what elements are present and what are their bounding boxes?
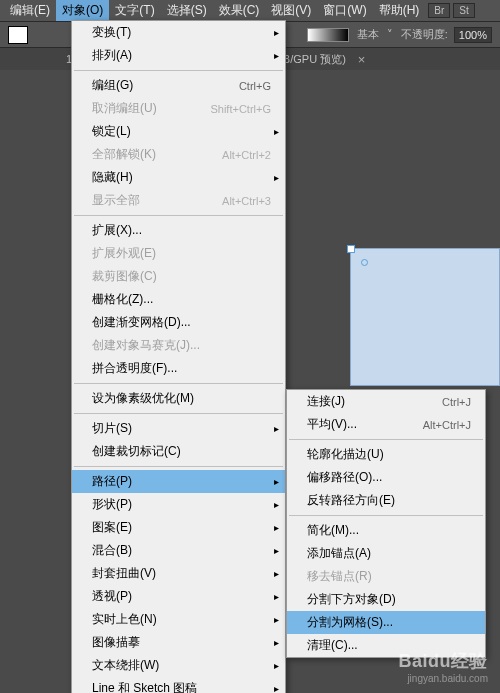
menu-item-label: 连接(J) bbox=[307, 393, 432, 410]
menu-text[interactable]: 文字(T) bbox=[109, 0, 160, 21]
menu-item-label: 轮廓化描边(U) bbox=[307, 446, 471, 463]
path-menu-item[interactable]: 偏移路径(O)... bbox=[287, 466, 485, 489]
chevron-down-icon[interactable]: ˅ bbox=[387, 28, 393, 41]
menu-item-label: 封套扭曲(V) bbox=[92, 565, 271, 582]
artboard[interactable] bbox=[350, 248, 500, 386]
object-menu-separator bbox=[74, 70, 283, 71]
path-menu-item[interactable]: 简化(M)... bbox=[287, 519, 485, 542]
menu-item-label: 隐藏(H) bbox=[92, 169, 271, 186]
menu-window[interactable]: 窗口(W) bbox=[317, 0, 372, 21]
object-menu-item[interactable]: 排列(A)▸ bbox=[72, 44, 285, 67]
submenu-arrow-icon: ▸ bbox=[274, 614, 279, 625]
menu-shortcut: Ctrl+G bbox=[239, 80, 271, 92]
object-menu-item[interactable]: 混合(B)▸ bbox=[72, 539, 285, 562]
object-menu-item[interactable]: 路径(P)▸ bbox=[72, 470, 285, 493]
center-point-icon bbox=[361, 259, 368, 266]
submenu-arrow-icon: ▸ bbox=[274, 126, 279, 137]
submenu-arrow-icon: ▸ bbox=[274, 660, 279, 671]
object-menu-item[interactable]: 透视(P)▸ bbox=[72, 585, 285, 608]
stock-button[interactable]: St bbox=[453, 3, 474, 18]
object-menu-item: 全部解锁(K)Alt+Ctrl+2 bbox=[72, 143, 285, 166]
menu-item-label: Line 和 Sketch 图稿 bbox=[92, 680, 271, 693]
menubar: 编辑(E) 对象(O) 文字(T) 选择(S) 效果(C) 视图(V) 窗口(W… bbox=[0, 0, 500, 22]
object-menu-item: 裁剪图像(C) bbox=[72, 265, 285, 288]
object-menu-item[interactable]: 隐藏(H)▸ bbox=[72, 166, 285, 189]
object-menu-separator bbox=[74, 466, 283, 467]
menu-edit[interactable]: 编辑(E) bbox=[4, 0, 56, 21]
menu-effect[interactable]: 效果(C) bbox=[213, 0, 266, 21]
bridge-button[interactable]: Br bbox=[428, 3, 450, 18]
menu-shortcut: Alt+Ctrl+2 bbox=[222, 149, 271, 161]
object-menu-item[interactable]: 封套扭曲(V)▸ bbox=[72, 562, 285, 585]
close-icon[interactable]: × bbox=[358, 52, 366, 67]
submenu-arrow-icon: ▸ bbox=[274, 172, 279, 183]
menu-item-label: 全部解锁(K) bbox=[92, 146, 212, 163]
menu-item-label: 形状(P) bbox=[92, 496, 271, 513]
menu-shortcut: Ctrl+J bbox=[442, 396, 471, 408]
menu-item-label: 分割下方对象(D) bbox=[307, 591, 471, 608]
menu-shortcut: Alt+Ctrl+3 bbox=[222, 195, 271, 207]
object-menu-item[interactable]: 创建裁切标记(C) bbox=[72, 440, 285, 463]
object-menu-item[interactable]: 创建渐变网格(D)... bbox=[72, 311, 285, 334]
object-menu-item[interactable]: 文本绕排(W)▸ bbox=[72, 654, 285, 677]
menu-object[interactable]: 对象(O) bbox=[56, 0, 109, 21]
object-menu-item[interactable]: 图像描摹▸ bbox=[72, 631, 285, 654]
menu-item-label: 排列(A) bbox=[92, 47, 271, 64]
menu-item-label: 分割为网格(S)... bbox=[307, 614, 471, 631]
path-submenu: 连接(J)Ctrl+J平均(V)...Alt+Ctrl+J轮廓化描边(U)偏移路… bbox=[286, 389, 486, 658]
menu-item-label: 创建渐变网格(D)... bbox=[92, 314, 271, 331]
menu-help[interactable]: 帮助(H) bbox=[373, 0, 426, 21]
object-menu-item[interactable]: 拼合透明度(F)... bbox=[72, 357, 285, 380]
object-menu-item: 扩展外观(E) bbox=[72, 242, 285, 265]
menu-item-label: 简化(M)... bbox=[307, 522, 471, 539]
menu-item-label: 取消编组(U) bbox=[92, 100, 200, 117]
menu-select[interactable]: 选择(S) bbox=[161, 0, 213, 21]
menu-item-label: 扩展外观(E) bbox=[92, 245, 271, 262]
menu-item-label: 栅格化(Z)... bbox=[92, 291, 271, 308]
path-menu-item[interactable]: 添加锚点(A) bbox=[287, 542, 485, 565]
path-menu-item[interactable]: 反转路径方向(E) bbox=[287, 489, 485, 512]
object-menu-item[interactable]: 编组(G)Ctrl+G bbox=[72, 74, 285, 97]
object-menu-item[interactable]: Line 和 Sketch 图稿▸ bbox=[72, 677, 285, 693]
object-menu-item[interactable]: 变换(T)▸ bbox=[72, 21, 285, 44]
submenu-arrow-icon: ▸ bbox=[274, 423, 279, 434]
object-menu-separator bbox=[74, 413, 283, 414]
object-menu-item[interactable]: 设为像素级优化(M) bbox=[72, 387, 285, 410]
object-menu-item[interactable]: 图案(E)▸ bbox=[72, 516, 285, 539]
path-menu-item[interactable]: 连接(J)Ctrl+J bbox=[287, 390, 485, 413]
object-menu-separator bbox=[74, 215, 283, 216]
submenu-arrow-icon: ▸ bbox=[274, 476, 279, 487]
menu-item-label: 编组(G) bbox=[92, 77, 229, 94]
path-menu-item[interactable]: 分割下方对象(D) bbox=[287, 588, 485, 611]
object-menu-item[interactable]: 扩展(X)... bbox=[72, 219, 285, 242]
menu-item-label: 平均(V)... bbox=[307, 416, 413, 433]
path-menu-item[interactable]: 分割为网格(S)... bbox=[287, 611, 485, 634]
menu-item-label: 裁剪图像(C) bbox=[92, 268, 271, 285]
opacity-label: 不透明度: bbox=[401, 27, 448, 42]
object-menu-item[interactable]: 切片(S)▸ bbox=[72, 417, 285, 440]
menu-item-label: 移去锚点(R) bbox=[307, 568, 471, 585]
opacity-value[interactable]: 100% bbox=[454, 27, 492, 43]
path-menu-separator bbox=[289, 439, 483, 440]
fill-swatch[interactable] bbox=[8, 26, 28, 44]
menu-item-label: 拼合透明度(F)... bbox=[92, 360, 271, 377]
path-menu-item[interactable]: 轮廓化描边(U) bbox=[287, 443, 485, 466]
object-dropdown: 变换(T)▸排列(A)▸编组(G)Ctrl+G取消编组(U)Shift+Ctrl… bbox=[71, 20, 286, 693]
object-menu-item[interactable]: 锁定(L)▸ bbox=[72, 120, 285, 143]
menu-view[interactable]: 视图(V) bbox=[265, 0, 317, 21]
object-menu-item[interactable]: 形状(P)▸ bbox=[72, 493, 285, 516]
object-menu-item: 取消编组(U)Shift+Ctrl+G bbox=[72, 97, 285, 120]
menu-item-label: 添加锚点(A) bbox=[307, 545, 471, 562]
menu-item-label: 图案(E) bbox=[92, 519, 271, 536]
menu-item-label: 偏移路径(O)... bbox=[307, 469, 471, 486]
object-menu-item[interactable]: 栅格化(Z)... bbox=[72, 288, 285, 311]
menu-item-label: 实时上色(N) bbox=[92, 611, 271, 628]
menu-item-label: 创建裁切标记(C) bbox=[92, 443, 271, 460]
style-label: 基本 bbox=[357, 27, 379, 42]
watermark: Baidu经验 jingyan.baidu.com bbox=[398, 651, 488, 685]
stroke-gradient[interactable] bbox=[307, 28, 349, 42]
menu-item-label: 设为像素级优化(M) bbox=[92, 390, 271, 407]
submenu-arrow-icon: ▸ bbox=[274, 568, 279, 579]
object-menu-item[interactable]: 实时上色(N)▸ bbox=[72, 608, 285, 631]
path-menu-item[interactable]: 平均(V)...Alt+Ctrl+J bbox=[287, 413, 485, 436]
